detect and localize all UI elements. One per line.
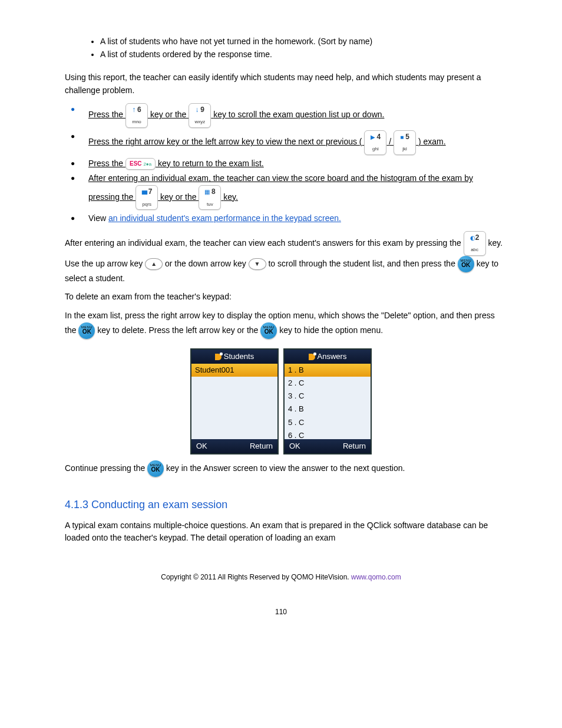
menu-ok-button[interactable]: MENUOK <box>458 256 474 272</box>
page-number: 110 <box>59 607 503 618</box>
lcd-answers: Answers 1 . B2 . C3 . C4 . B5 . C6 . C O… <box>283 348 372 454</box>
list-item: A list of students who have not yet turn… <box>100 35 503 48</box>
intro-paragraph: Using this report, the teacher can easil… <box>65 71 503 97</box>
bullet-esc-return: Press the ESC 2●a key to return to the e… <box>65 157 503 170</box>
paragraph-delete-exam: In the exam list, press the right arrow … <box>65 309 503 339</box>
key-2-profile[interactable]: ◐2abc <box>464 231 486 256</box>
arrow-button[interactable]: ▲ <box>145 258 163 271</box>
section-paragraph: A typical exam contains multiple-choice … <box>65 519 503 545</box>
list-item[interactable]: 2 . C <box>285 377 371 390</box>
key-6-up[interactable]: ↑ 6 mno <box>125 103 148 128</box>
bullet-scoreboard-histogram: After entering an individual exam, the t… <box>65 172 503 210</box>
link-individual-student-performance[interactable]: an individual student's exam performance… <box>108 213 341 223</box>
softkey-ok[interactable]: OK <box>196 440 207 452</box>
bullet-next-prev-exam: Press the right arrow key or the left ar… <box>65 130 503 155</box>
bullet-view-individual: View an individual student's exam perfor… <box>65 212 503 225</box>
list-item[interactable]: 3 . C <box>285 390 371 403</box>
key-esc[interactable]: ESC 2●a <box>125 158 156 170</box>
qclick-icon <box>309 354 315 360</box>
softkey-return[interactable]: Return <box>343 440 366 452</box>
lcd-students: Students Student001 OK Return <box>190 348 279 454</box>
list-item[interactable]: 1 . B <box>285 364 371 377</box>
list-item[interactable]: 5 . C <box>285 416 371 429</box>
key-8-grid[interactable]: ▦ 8 tuv <box>199 185 221 210</box>
paragraph-view-answers: After entering an individual exam, the t… <box>65 231 503 285</box>
menu-ok-button[interactable]: MENUOK <box>78 322 95 339</box>
key-4-play[interactable]: ▶ 4 ghi <box>364 130 386 155</box>
paragraph-continue-ok: Continue pressing the MENUOK key in the … <box>65 460 503 477</box>
qclick-icon <box>215 354 222 360</box>
top-list: A list of students who have not yet turn… <box>59 35 503 61</box>
delete-exam-title: To delete an exam from the teacher's key… <box>65 291 503 304</box>
list-item: A list of students ordered by the respon… <box>100 48 503 61</box>
arrow-button[interactable]: ▼ <box>249 258 266 271</box>
main-bullet-list: Press the ↑ 6 mno key or the ↓ 9 wxyz ke… <box>59 103 503 225</box>
section-heading: 4.1.3 Conducting an exam session <box>65 497 503 513</box>
softkey-ok[interactable]: OK <box>289 440 300 452</box>
key-5-stop[interactable]: ■ 5 jkl <box>394 130 416 155</box>
key-7-bars[interactable]: ▮▮▮ 7 pqrs <box>135 185 158 210</box>
footer-link[interactable]: www.qomo.com <box>351 573 401 581</box>
softkey-return[interactable]: Return <box>250 440 273 452</box>
key-9-down[interactable]: ↓ 9 wxyz <box>189 103 211 128</box>
page-footer: Copyright © 2011 All Rights Reserved by … <box>59 572 503 617</box>
list-item[interactable]: Student001 <box>191 364 277 377</box>
menu-ok-button[interactable]: MENUOK <box>260 322 277 339</box>
menu-ok-button[interactable]: MENUOK <box>147 460 164 477</box>
bullet-scroll-questions: Press the ↑ 6 mno key or the ↓ 9 wxyz ke… <box>65 103 503 128</box>
list-item[interactable]: 4 . B <box>285 403 371 416</box>
lcd-screenshots: Students Student001 OK Return Answers 1 … <box>59 348 503 454</box>
